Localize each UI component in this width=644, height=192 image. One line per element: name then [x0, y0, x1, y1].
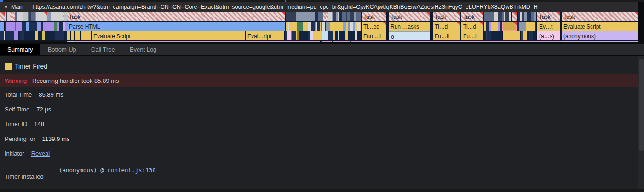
flame-bar-fu-ll[interactable]: Fu…ll	[433, 31, 460, 40]
flame-micro-event[interactable]	[326, 22, 330, 31]
flame-bar[interactable]	[81, 31, 91, 40]
tab-summary[interactable]: Summary	[0, 44, 40, 55]
scrollbar-thumb[interactable]	[639, 59, 644, 151]
flame-bar-task[interactable]: Task	[433, 12, 460, 21]
flame-micro-event[interactable]	[357, 22, 360, 31]
flame-micro-event[interactable]	[534, 31, 536, 40]
flame-micro-event[interactable]	[20, 31, 24, 40]
flame-micro-event[interactable]	[6, 31, 14, 40]
flame-micro-event[interactable]	[296, 12, 299, 21]
flame-micro-event[interactable]	[47, 31, 52, 40]
flame-micro-event[interactable]	[313, 31, 322, 40]
flame-micro-event[interactable]	[44, 22, 54, 31]
flame-micro-event[interactable]	[292, 31, 296, 40]
flame-micro-event[interactable]	[360, 22, 361, 31]
flame-micro-event[interactable]	[356, 12, 361, 21]
flame-micro-event[interactable]	[350, 12, 354, 21]
flame-micro-event[interactable]	[340, 31, 345, 40]
flame-bar-o[interactable]: o	[389, 31, 430, 40]
flame-micro-event[interactable]	[325, 31, 328, 40]
flame-bar-ti-d[interactable]: Ti…d	[433, 22, 460, 31]
flame-bar-evaluate-script[interactable]: Evaluate Script	[92, 31, 245, 40]
flame-bar-task[interactable]: Task	[562, 12, 638, 21]
flame-micro-event[interactable]	[348, 31, 352, 40]
flame-bar-evaluate-script[interactable]: Evaluate Script	[562, 22, 638, 31]
flame-micro-event[interactable]	[60, 12, 63, 21]
flame-bar[interactable]	[67, 31, 70, 40]
flame-bar-run-asks[interactable]: Run …asks	[389, 22, 430, 31]
flame-bar-a-s[interactable]: (a…s)	[537, 31, 560, 40]
flame-micro-event[interactable]	[535, 22, 536, 31]
flame-bar-task[interactable]: Task	[389, 12, 430, 21]
tab-call-tree[interactable]: Call Tree	[84, 44, 122, 55]
main-track-header[interactable]: ▼Main — https://asana.com/zh-tw?&utm_cam…	[0, 2, 644, 12]
flame-bar[interactable]	[75, 31, 80, 40]
scrollbar-track[interactable]	[638, 56, 644, 192]
flame-bar-fu-l[interactable]: Fu…l	[461, 31, 483, 40]
flame-micro-event[interactable]	[287, 31, 291, 40]
flame-micro-event[interactable]	[492, 22, 496, 31]
flame-micro-event[interactable]	[305, 31, 308, 40]
flame-bar[interactable]	[0, 12, 5, 21]
flame-micro-event[interactable]	[292, 12, 296, 21]
flame-micro-event[interactable]	[47, 12, 51, 21]
flame-micro-event[interactable]	[52, 12, 60, 21]
flame-micro-event[interactable]	[308, 12, 311, 21]
flame-micro-event[interactable]	[315, 12, 318, 21]
flame-micro-event[interactable]	[308, 22, 311, 31]
flame-micro-event[interactable]	[339, 22, 343, 31]
flame-micro-event[interactable]	[534, 12, 536, 21]
flame-micro-event[interactable]	[343, 22, 346, 31]
flame-micro-event[interactable]	[297, 22, 303, 31]
flame-bar[interactable]	[503, 31, 520, 40]
flame-bar-eval-ript[interactable]: Eval…ript	[246, 31, 284, 40]
flame-micro-event[interactable]	[485, 12, 489, 21]
flame-micro-event[interactable]	[303, 22, 308, 31]
flame-micro-event[interactable]	[505, 12, 509, 21]
flame-micro-event[interactable]	[35, 31, 38, 40]
flame-bar-ti-ed[interactable]: Ti…ed	[362, 22, 386, 31]
flame-micro-event[interactable]	[38, 31, 42, 40]
flame-bar-parse-html[interactable]: Parse HTML	[67, 22, 285, 31]
flame-micro-event[interactable]	[523, 31, 527, 40]
flame-micro-event[interactable]	[24, 12, 28, 21]
flame-micro-event[interactable]	[528, 22, 535, 31]
flame-micro-event[interactable]	[288, 12, 292, 21]
source-location-link[interactable]: content.js:138	[107, 167, 155, 174]
flame-micro-event[interactable]	[328, 31, 334, 40]
flame-bar[interactable]	[512, 12, 517, 21]
flame-bar-task[interactable]: Task	[67, 12, 285, 21]
flame-micro-event[interactable]	[320, 12, 323, 21]
flame-bar-fun-ll[interactable]: Fun…ll	[362, 31, 386, 40]
flame-micro-event[interactable]	[333, 12, 336, 21]
flame-micro-event[interactable]	[29, 22, 37, 31]
flame-micro-event[interactable]	[299, 12, 308, 21]
flame-bar-ti-d[interactable]: Ti…d	[461, 22, 483, 31]
flame-micro-event[interactable]	[39, 12, 47, 21]
flame-micro-event[interactable]	[328, 12, 332, 21]
tab-bottom-up[interactable]: Bottom-Up	[40, 44, 84, 55]
flame-bar-task[interactable]: Task	[537, 12, 560, 21]
flame-bar-anonymous[interactable]: (anonymous)	[562, 31, 638, 40]
flame-micro-event[interactable]	[25, 31, 28, 40]
flame-micro-event[interactable]	[55, 31, 64, 40]
flame-micro-event[interactable]	[339, 12, 342, 21]
flame-micro-event[interactable]	[494, 31, 502, 40]
reveal-link[interactable]: Reveal	[31, 150, 50, 157]
flame-micro-event[interactable]	[487, 31, 491, 40]
tab-event-log[interactable]: Event Log	[122, 44, 164, 55]
flame-micro-event[interactable]	[54, 22, 57, 31]
flame-micro-event[interactable]	[509, 12, 511, 21]
flame-micro-event[interactable]	[500, 22, 502, 31]
flame-micro-event[interactable]	[519, 22, 526, 31]
flame-micro-event[interactable]	[289, 22, 293, 31]
flame-micro-event[interactable]	[494, 12, 498, 21]
flame-bar-ev-t[interactable]: Ev…t	[537, 22, 560, 31]
flame-micro-event[interactable]	[31, 12, 34, 21]
flame-micro-event[interactable]	[293, 22, 297, 31]
flame-micro-event[interactable]	[345, 31, 348, 40]
flame-micro-event[interactable]	[6, 22, 15, 31]
flame-micro-event[interactable]	[16, 22, 19, 31]
collapse-triangle-icon[interactable]: ▼	[4, 5, 8, 10]
flame-bar-task[interactable]: Task	[461, 12, 483, 21]
